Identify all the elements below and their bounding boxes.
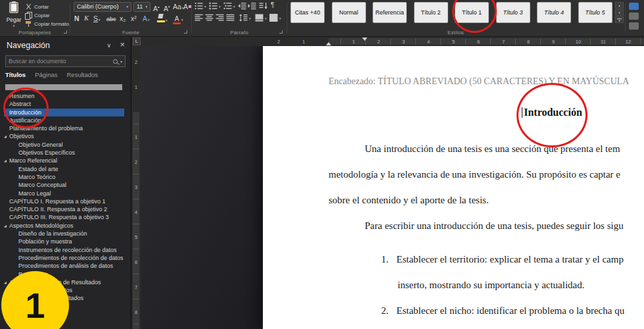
paste-button[interactable]: Pegar ▾ (4, 1, 24, 32)
format-painter-icon (25, 20, 32, 27)
nav-item-estado-del-arte[interactable]: Estado del arte (4, 165, 124, 173)
font-size-select[interactable]: 11▾ (133, 2, 150, 12)
nav-item-marco-referencial[interactable]: ◢Marco Referencial (4, 157, 124, 164)
style-título-5[interactable]: Título 5 (578, 2, 612, 23)
gallery-scroll-down-icon[interactable]: ▾ (615, 9, 624, 16)
close-icon[interactable]: × (120, 39, 125, 49)
tab-titulos[interactable]: Títulos (5, 71, 26, 78)
ruler-number: 4 (427, 39, 430, 45)
expand-collapse-icon[interactable]: ◢ (4, 132, 7, 140)
dialog-launcher-icon[interactable] (64, 30, 67, 34)
line-spacing-button[interactable]: ▾ (239, 14, 251, 22)
expand-collapse-icon[interactable]: ◢ (4, 278, 7, 286)
ruler-number: 8 (131, 309, 141, 315)
highlight-color-button[interactable]: ▾ (157, 13, 168, 24)
horizontal-ruler[interactable]: L 21123456789101112 (131, 37, 644, 46)
align-left-button[interactable] (195, 14, 203, 22)
format-painter-label: Copiar formato (34, 21, 69, 27)
copy-icon (25, 12, 32, 18)
chevron-down-icon[interactable]: ▾ (120, 59, 122, 64)
hanging-indent-marker[interactable] (326, 42, 331, 45)
decrease-indent-button[interactable] (238, 2, 246, 10)
borders-button[interactable]: ▾ (269, 14, 281, 22)
search-icon[interactable] (113, 59, 118, 64)
style-título-2[interactable]: Título 2 (414, 2, 448, 23)
chevron-down-icon[interactable]: ∨ (106, 42, 111, 49)
underline-button[interactable]: S▾ (93, 13, 101, 24)
nav-item-diseño-de-la-investigación[interactable]: Diseño de la investigación (4, 230, 124, 238)
change-case-button[interactable]: Aa▾ (173, 1, 183, 12)
copy-button[interactable]: Copiar (25, 11, 50, 19)
nav-item-población-y-muestra[interactable]: Población y muestra (4, 238, 124, 245)
strikethrough-button[interactable]: abc (106, 14, 116, 24)
increase-indent-button[interactable] (248, 2, 256, 10)
italic-button[interactable]: K (84, 13, 89, 24)
dialog-launcher-icon[interactable] (279, 30, 283, 34)
line-text: Establecer el nicho: identificar el prob… (396, 305, 624, 316)
gallery-more-icon[interactable]: ▾ (615, 16, 624, 23)
style-título-4[interactable]: Título 4 (537, 2, 571, 23)
list-number: 1. (381, 254, 388, 265)
tab-paginas[interactable]: Páginas (35, 71, 57, 78)
style-citas-40[interactable]: Citas +40 (290, 2, 325, 23)
multilevel-list-button[interactable]: ▾ (223, 2, 235, 10)
partial-ribbon-icon[interactable] (629, 3, 639, 10)
search-box[interactable]: ▾ (5, 55, 126, 67)
nav-item-marco-conceptual[interactable]: Marco Conceptual (4, 181, 124, 189)
group-separator (287, 3, 287, 33)
nav-item-label: Diseño de la investigación (18, 230, 87, 237)
align-center-icon (205, 14, 214, 22)
numbering-button[interactable]: ▾ (209, 2, 221, 10)
first-line-indent-marker[interactable] (362, 38, 367, 41)
nav-item-objetivos[interactable]: ◢Objetivos (4, 132, 124, 140)
style-referencia[interactable]: Referencia (373, 2, 407, 23)
nav-item-marco-teórico[interactable]: Marco Teórico (4, 173, 124, 181)
chevron-down-icon: ▾ (279, 16, 281, 20)
cut-button[interactable]: Cortar (25, 3, 49, 11)
page[interactable]: Encabezado: TÍTULO ABREVIADO (50 CARACTE… (263, 46, 644, 329)
align-center-button[interactable] (205, 14, 214, 22)
style-título-3[interactable]: Título 3 (496, 2, 530, 23)
nav-item-capítulo-iii-respuesta-a-objetivo-3[interactable]: CAPÍTULO III. Respuesta a objetivo 3 (4, 213, 124, 221)
line-text: inserto, mostrando su importancia y actu… (398, 280, 585, 290)
nav-item-objetivo-general[interactable]: Objetivo General (4, 141, 124, 149)
nav-item-aspectos-metodológicos[interactable]: ◢Aspectos Metodológicos (4, 222, 124, 230)
expand-collapse-icon[interactable]: ◢ (4, 157, 7, 164)
nav-item-procedimientos-de-análisis-de-datos[interactable]: Procedimientos de análisis de datos (4, 262, 124, 270)
search-input[interactable] (6, 58, 113, 64)
nav-item-procedimientos-de-recolección-de-datos[interactable]: Procedimientos de recolección de datos (4, 254, 124, 262)
line-text: metodología y la relevancia de una inves… (329, 169, 620, 180)
style-normal[interactable]: Normal (332, 2, 366, 23)
group-separator (70, 3, 70, 33)
shrink-font-button[interactable]: A▾ (164, 1, 170, 12)
shading-button[interactable]: ▾ (255, 14, 267, 22)
text-effects-button[interactable]: A▾ (143, 13, 150, 24)
dialog-launcher-icon[interactable] (184, 30, 187, 34)
expand-collapse-icon[interactable]: ◢ (4, 222, 7, 230)
nav-item-marco-legal[interactable]: Marco Legal (4, 190, 124, 197)
bullets-button[interactable]: ▾ (195, 2, 206, 10)
tab-stop-selector[interactable]: L (133, 38, 141, 45)
superscript-button[interactable]: x² (131, 13, 137, 24)
partial-ribbon-icon[interactable] (629, 22, 639, 30)
nav-item-label: Población y muestra (18, 238, 72, 245)
show-paragraph-marks-button[interactable]: ¶ (271, 1, 274, 9)
tab-resultados[interactable]: Resultados (66, 71, 98, 78)
subscript-button[interactable]: x₂ (120, 13, 126, 24)
nav-item-label: Estado del arte (18, 166, 58, 172)
font-family-select[interactable]: Calibri (Cuerpo)▾ (74, 2, 131, 12)
bold-button[interactable]: N (74, 13, 80, 24)
align-right-button[interactable] (216, 14, 224, 22)
format-painter-button[interactable]: Copiar formato (25, 20, 69, 28)
nav-item-capítulo-i-respuesta-a-objetivo-1[interactable]: CAPÍTULO I. Respuesta a objetivo 1 (4, 197, 124, 205)
partial-ribbon-icon[interactable] (629, 13, 639, 20)
nav-item-instrumentos-de-recolección-de-datos[interactable]: Instrumentos de recolección de datos (4, 246, 124, 254)
font-color-button[interactable]: A▾ (173, 13, 183, 24)
sort-button[interactable] (259, 2, 267, 10)
nav-item-objetivos-específicos[interactable]: Objetivos Específicos (4, 149, 124, 157)
gallery-scroll-up-icon[interactable]: ▴ (615, 2, 624, 9)
grow-font-button[interactable]: A▴ (153, 1, 160, 12)
vertical-ruler[interactable]: 2112345678 (131, 46, 141, 329)
nav-item-capítulo-ii-respuesta-a-objetivo-2[interactable]: CAPÍTULO II. Respuesta a objetivo 2 (4, 205, 124, 213)
justify-button[interactable] (226, 14, 235, 22)
